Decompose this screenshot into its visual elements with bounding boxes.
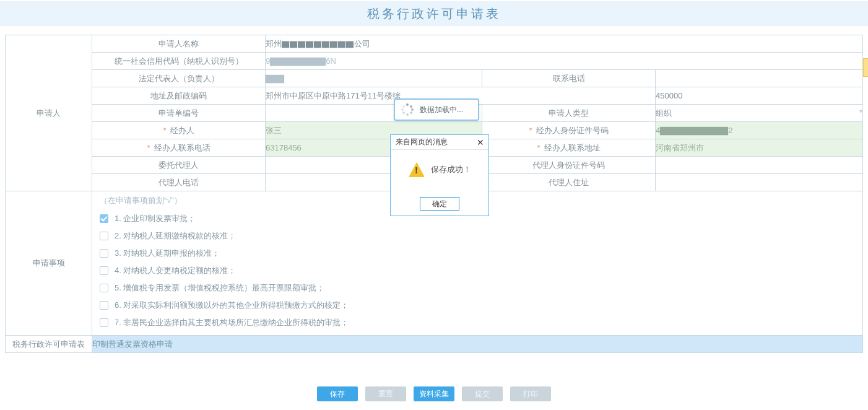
label-agent-phone: 代理人电话 xyxy=(92,174,266,191)
label-agent-id: 代理人身份证件号码 xyxy=(482,157,656,174)
matter-text: 1. 企业印制发票审批； xyxy=(115,213,196,224)
spinner-icon xyxy=(401,103,414,116)
side-tab-handle[interactable] xyxy=(863,58,868,77)
matter-checkbox[interactable] xyxy=(100,214,108,223)
footer-right-value[interactable]: 印制普通发票资格申请 xyxy=(92,336,863,353)
matter-text: 3. 对纳税人延期申报的核准； xyxy=(115,248,220,259)
matter-item: 6. 对采取实际利润额预缴以外的其他企业所得税预缴方式的核定； xyxy=(100,297,855,314)
message-box-title: 来自网页的消息 xyxy=(396,137,448,147)
page-title-bar: 税务行政许可申请表 xyxy=(0,1,868,26)
button-bar: 保存 重置 资料采集 提交 打印 xyxy=(0,386,868,401)
label-operator-phone: 经办人联系电话 xyxy=(92,139,266,157)
matter-checkbox[interactable] xyxy=(100,301,108,310)
value-applicant-name[interactable]: 郑州▇▇▇▇▇▇▇▇▇公司 xyxy=(266,35,863,53)
matter-checkbox[interactable] xyxy=(100,318,108,327)
page-title: 税务行政许可申请表 xyxy=(367,6,501,22)
save-button[interactable]: 保存 xyxy=(317,386,358,401)
label-phone: 联系电话 xyxy=(482,70,656,87)
matter-text: 2. 对纳税人延期缴纳税款的核准； xyxy=(115,230,236,242)
section-applicant: 申请人 xyxy=(6,35,92,191)
label-agent-addr: 代理人住址 xyxy=(482,174,656,191)
value-zip[interactable]: 450000 xyxy=(656,87,863,105)
submit-button[interactable]: 提交 xyxy=(462,386,503,401)
value-legal-rep[interactable]: ▇▇▇ xyxy=(266,70,482,87)
chevron-down-icon[interactable]: ▾ xyxy=(859,108,862,115)
message-box-text: 保存成功！ xyxy=(431,164,471,175)
message-box-header[interactable]: 来自网页的消息 ✕ xyxy=(391,135,488,150)
section-matters: 申请事项 xyxy=(6,191,92,336)
matter-checkbox[interactable] xyxy=(100,284,108,292)
matter-text: 6. 对采取实际利润额预缴以外的其他企业所得税预缴方式的核定； xyxy=(115,300,349,311)
label-agent: 委托代理人 xyxy=(92,157,266,174)
label-applicant-type: 申请人类型 xyxy=(482,105,656,122)
matter-item: 5. 增值税专用发票（增值税税控系统）最高开票限额审批； xyxy=(100,279,855,297)
label-operator: 经办人 xyxy=(92,122,266,139)
close-icon[interactable]: ✕ xyxy=(476,138,485,147)
print-button[interactable]: 打印 xyxy=(510,386,551,401)
value-tax-id[interactable]: 9▇▇▇▇▇▇▇▇▇6N xyxy=(266,53,863,70)
matter-text: 7. 非居民企业选择由其主要机构场所汇总缴纳企业所得税的审批； xyxy=(115,317,349,328)
warning-icon: ! xyxy=(409,162,425,177)
footer-left-label: 税务行政许可申请表 xyxy=(6,336,92,353)
label-app-no: 申请单编号 xyxy=(92,105,266,122)
label-operator-addr: 经办人联系地址 xyxy=(482,139,656,157)
matter-item: 7. 非居民企业选择由其主要机构场所汇总缴纳企业所得税的审批； xyxy=(100,314,855,331)
value-applicant-type[interactable]: 组织▾ xyxy=(656,105,863,122)
ok-button[interactable]: 确定 xyxy=(420,197,459,211)
message-box: 来自网页的消息 ✕ ! 保存成功！ 确定 xyxy=(390,134,489,216)
value-operator-id[interactable]: 4▇▇▇▇▇▇▇▇▇▇▇2 xyxy=(656,122,863,139)
matter-text: 4. 对纳税人变更纳税定额的核准； xyxy=(115,265,236,276)
applicant-type-text: 组织 xyxy=(656,108,672,118)
matter-checkbox[interactable] xyxy=(100,232,108,240)
matter-item: 2. 对纳税人延期缴纳税款的核准； xyxy=(100,227,855,245)
value-agent-addr[interactable] xyxy=(656,174,863,191)
page-root: 税务行政许可申请表 申请人 申请人名称 郑州▇▇▇▇▇▇▇▇▇公司 统一社会信用… xyxy=(0,1,868,410)
value-operator-addr[interactable]: 河南省郑州市 xyxy=(656,139,863,157)
loading-indicator: 数据加载中... xyxy=(394,98,479,121)
reset-button[interactable]: 重置 xyxy=(365,386,406,401)
matter-item: 3. 对纳税人延期申报的核准； xyxy=(100,245,855,262)
message-box-footer: 确定 xyxy=(391,192,488,216)
matter-checkbox[interactable] xyxy=(100,249,108,258)
label-operator-id: 经办人身份证件号码 xyxy=(482,122,656,139)
matter-text: 5. 增值税专用发票（增值税税控系统）最高开票限额审批； xyxy=(115,282,324,294)
label-legal-rep: 法定代表人（负责人） xyxy=(92,70,266,87)
label-applicant-name: 申请人名称 xyxy=(92,35,266,53)
value-phone[interactable] xyxy=(656,70,863,87)
label-addr-zip: 地址及邮政编码 xyxy=(92,87,266,105)
loading-text: 数据加载中... xyxy=(420,105,463,115)
matter-checkbox[interactable] xyxy=(100,266,108,275)
value-agent-id[interactable] xyxy=(656,157,863,174)
collect-button[interactable]: 资料采集 xyxy=(414,386,454,401)
message-box-body: ! 保存成功！ xyxy=(391,150,488,192)
label-tax-id: 统一社会信用代码（纳税人识别号） xyxy=(92,53,266,70)
matter-item: 4. 对纳税人变更纳税定额的核准； xyxy=(100,262,855,279)
